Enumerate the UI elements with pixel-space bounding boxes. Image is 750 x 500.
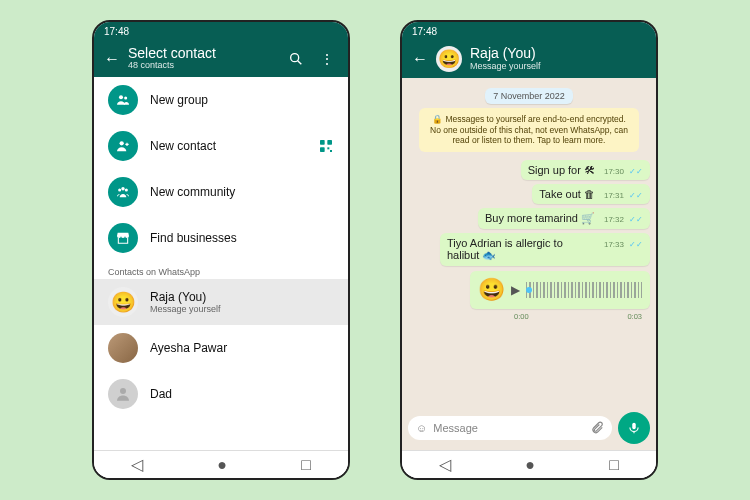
message-text: Sign up for 🛠 [528, 164, 595, 176]
svg-rect-8 [327, 148, 329, 150]
encryption-notice[interactable]: 🔒 Messages to yourself are end-to-end en… [419, 108, 639, 152]
android-navbar: ◁ ● □ [94, 450, 348, 478]
emoji-icon[interactable]: ☺ [416, 422, 427, 434]
section-header: Contacts on WhatsApp [94, 261, 348, 279]
svg-rect-9 [330, 150, 332, 152]
label: Find businesses [150, 231, 237, 245]
voice-duration: 0:03 [627, 312, 642, 321]
nav-back-icon[interactable]: ◁ [131, 455, 143, 474]
message-bubble[interactable]: Buy more tamarind 🛒 17:32 ✓✓ [478, 208, 650, 229]
appbar: ← Select contact 48 contacts ⋮ [94, 40, 348, 77]
voice-message[interactable]: 😀 ▶ 0:00 0:03 [470, 268, 650, 325]
contact-name: Ayesha Pawar [150, 341, 227, 355]
contact-list: New group New contact New community Find… [94, 77, 348, 450]
appbar-subtitle: 48 contacts [128, 61, 276, 71]
message-input[interactable]: ☺ Message [408, 416, 612, 440]
row-new-group[interactable]: New group [94, 77, 348, 123]
chat-title: Raja (You) [470, 46, 646, 61]
phone-chat: 17:48 ← 😀 Raja (You) Message yourself 7 … [400, 20, 658, 480]
voice-elapsed: 0:00 [514, 312, 529, 321]
phone-select-contact: 17:48 ← Select contact 48 contacts ⋮ New… [92, 20, 350, 480]
svg-rect-6 [327, 140, 332, 145]
appbar-titles: Select contact 48 contacts [128, 46, 276, 71]
chat-subtitle: Message yourself [470, 62, 646, 72]
status-bar: 17:48 [94, 22, 348, 40]
message-time: 17:33 [604, 240, 624, 249]
message-text: Buy more tamarind 🛒 [485, 212, 595, 225]
label: New community [150, 185, 235, 199]
chat-avatar[interactable]: 😀 [436, 46, 462, 72]
mic-button[interactable] [618, 412, 650, 444]
nav-back-icon[interactable]: ◁ [439, 455, 451, 474]
search-icon[interactable] [284, 51, 308, 67]
android-navbar: ◁ ● □ [402, 450, 656, 478]
message-time: 17:32 [604, 215, 624, 224]
svg-point-11 [125, 189, 128, 192]
more-icon[interactable]: ⋮ [316, 51, 338, 67]
message-bubble[interactable]: Tiyo Adrian is allergic to halibut 🐟 17:… [440, 233, 650, 266]
message-time: 17:31 [604, 191, 624, 200]
storefront-icon [108, 223, 138, 253]
contact-name: Dad [150, 387, 172, 401]
read-ticks-icon: ✓✓ [629, 191, 643, 200]
waveform[interactable] [526, 282, 642, 298]
qr-icon[interactable] [318, 138, 334, 154]
chat-input-bar: ☺ Message [402, 406, 656, 450]
svg-line-1 [298, 60, 302, 64]
message-text: Tiyo Adrian is allergic to halibut 🐟 [447, 237, 595, 262]
group-icon [108, 85, 138, 115]
back-arrow-icon[interactable]: ← [412, 50, 428, 68]
svg-point-10 [118, 189, 121, 192]
row-find-businesses[interactable]: Find businesses [94, 215, 348, 261]
label: New group [150, 93, 208, 107]
play-icon[interactable]: ▶ [511, 283, 520, 297]
community-icon [108, 177, 138, 207]
message-time: 17:30 [604, 167, 624, 176]
svg-point-0 [291, 53, 299, 61]
message-text: Take out 🗑 [539, 188, 595, 200]
read-ticks-icon: ✓✓ [629, 167, 643, 176]
svg-rect-7 [320, 148, 325, 153]
add-person-icon [108, 131, 138, 161]
avatar: 😀 [108, 287, 138, 317]
nav-recent-icon[interactable]: □ [609, 456, 619, 474]
contact-row-dad[interactable]: Dad [94, 371, 348, 417]
contact-name: Raja (You) [150, 290, 221, 304]
row-new-contact[interactable]: New contact [94, 123, 348, 169]
nav-recent-icon[interactable]: □ [301, 456, 311, 474]
svg-point-2 [119, 96, 123, 100]
svg-rect-14 [632, 423, 636, 429]
contact-row-ayesha[interactable]: Ayesha Pawar [94, 325, 348, 371]
read-ticks-icon: ✓✓ [629, 240, 643, 249]
status-time: 17:48 [104, 26, 129, 37]
message-bubble[interactable]: Take out 🗑 17:31 ✓✓ [532, 184, 650, 204]
label: New contact [150, 139, 216, 153]
avatar [108, 333, 138, 363]
svg-point-3 [124, 97, 127, 100]
svg-rect-5 [320, 140, 325, 145]
date-pill: 7 November 2022 [485, 88, 573, 104]
nav-home-icon[interactable]: ● [217, 456, 227, 474]
message-bubble[interactable]: Sign up for 🛠 17:30 ✓✓ [521, 160, 650, 180]
chat-titles[interactable]: Raja (You) Message yourself [470, 46, 646, 71]
avatar-placeholder-icon [108, 379, 138, 409]
chat-body: 7 November 2022 🔒 Messages to yourself a… [402, 78, 656, 406]
message-placeholder: Message [433, 422, 584, 434]
status-time: 17:48 [412, 26, 437, 37]
row-new-community[interactable]: New community [94, 169, 348, 215]
attach-icon[interactable] [590, 421, 604, 435]
nav-home-icon[interactable]: ● [525, 456, 535, 474]
voice-avatar: 😀 [478, 277, 505, 303]
chat-appbar: ← 😀 Raja (You) Message yourself [402, 40, 656, 78]
svg-point-13 [120, 388, 126, 394]
contact-sub: Message yourself [150, 304, 221, 314]
svg-point-4 [120, 141, 124, 145]
status-bar: 17:48 [402, 22, 656, 40]
back-arrow-icon[interactable]: ← [104, 50, 120, 68]
svg-point-12 [121, 187, 124, 190]
read-ticks-icon: ✓✓ [629, 215, 643, 224]
contact-row-raja[interactable]: 😀 Raja (You) Message yourself [94, 279, 348, 325]
appbar-title: Select contact [128, 46, 276, 61]
